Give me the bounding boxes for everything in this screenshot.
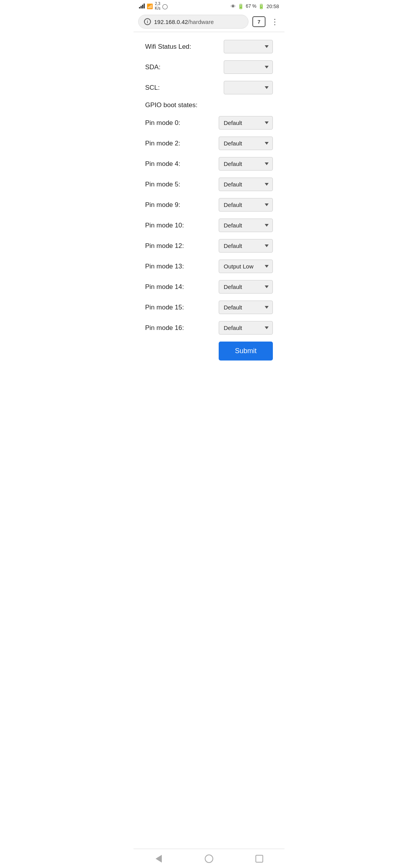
pin-mode-9-label: Pin mode 9: — [145, 201, 180, 209]
info-icon: i — [144, 18, 151, 25]
pin-mode-12-row: Pin mode 12: Default Input Output Low Ou… — [145, 239, 273, 253]
pin-mode-14-select[interactable]: Default Input Output Low Output High — [219, 280, 273, 294]
clock-time: 20:58 — [266, 3, 279, 9]
pin-mode-10-row: Pin mode 10: Default Input Output Low Ou… — [145, 219, 273, 232]
url-bar[interactable]: i 192.168.0.42/hardware — [138, 15, 248, 29]
pin-mode-16-select[interactable]: Default Input Output Low Output High — [219, 321, 273, 335]
pin-mode-4-select[interactable]: Default Input Output Low Output High — [219, 157, 273, 171]
pin-mode-13-select[interactable]: Default Input Output Low Output High — [219, 260, 273, 273]
more-menu-button[interactable]: ⋮ — [269, 16, 280, 27]
submit-row: Submit — [145, 342, 273, 361]
signal-icon — [139, 4, 145, 9]
wifi-status-led-row: Wifi Status Led: Default Input Output Lo… — [145, 40, 273, 53]
pin-mode-14-label: Pin mode 14: — [145, 283, 184, 291]
pin-mode-0-select[interactable]: Default Input Output Low Output High Inp… — [219, 116, 273, 130]
status-right: 👁 🔋 67 % 🔋 20:58 — [231, 3, 279, 9]
sda-select[interactable]: Default Input Output Low Output High — [224, 60, 273, 74]
pin-mode-2-select[interactable]: Default Input Output Low Output High — [219, 137, 273, 150]
vibrate-icon: 🔋 — [238, 3, 244, 9]
pin-mode-12-label: Pin mode 12: — [145, 242, 184, 250]
pin-mode-15-select[interactable]: Default Input Output Low Output High — [219, 301, 273, 314]
data-speed: 2,3 K/s — [155, 2, 160, 11]
pin-mode-9-row: Pin mode 9: Default Input Output Low Out… — [145, 198, 273, 212]
wifi-status-led-label: Wifi Status Led: — [145, 43, 191, 51]
page-content: Wifi Status Led: Default Input Output Lo… — [134, 32, 284, 380]
scl-select[interactable]: Default Input Output Low Output High — [224, 81, 273, 94]
wifi-icon: 📶 — [147, 3, 153, 9]
url-host: 192.168.0.42 — [154, 19, 188, 25]
pin-mode-13-label: Pin mode 13: — [145, 263, 184, 270]
pin-mode-16-label: Pin mode 16: — [145, 324, 184, 332]
status-left: 📶 2,3 K/s ◯ — [139, 2, 168, 11]
sda-label: SDA: — [145, 63, 161, 71]
scl-row: SCL: Default Input Output Low Output Hig… — [145, 81, 273, 94]
pin-mode-4-label: Pin mode 4: — [145, 160, 180, 168]
pin-mode-0-row: Pin mode 0: Default Input Output Low Out… — [145, 116, 273, 130]
pin-mode-0-label: Pin mode 0: — [145, 119, 180, 127]
pin-mode-15-row: Pin mode 15: Default Input Output Low Ou… — [145, 301, 273, 314]
browser-bar: i 192.168.0.42/hardware 7 ⋮ — [134, 12, 284, 32]
pin-mode-4-row: Pin mode 4: Default Input Output Low Out… — [145, 157, 273, 171]
globe-icon: ◯ — [162, 3, 168, 9]
pin-mode-14-row: Pin mode 14: Default Input Output Low Ou… — [145, 280, 273, 294]
pin-mode-10-label: Pin mode 10: — [145, 222, 184, 229]
url-text: 192.168.0.42/hardware — [154, 19, 214, 25]
gpio-boot-section-label: GPIO boot states: — [145, 101, 273, 109]
pin-mode-13-row: Pin mode 13: Default Input Output Low Ou… — [145, 260, 273, 273]
battery-percent: 67 % — [246, 3, 256, 9]
sda-row: SDA: Default Input Output Low Output Hig… — [145, 60, 273, 74]
pin-mode-12-select[interactable]: Default Input Output Low Output High — [219, 239, 273, 253]
pin-mode-5-select[interactable]: Default Input Output Low Output High — [219, 178, 273, 191]
status-bar: 📶 2,3 K/s ◯ 👁 🔋 67 % 🔋 20:58 — [134, 0, 284, 12]
tab-count-button[interactable]: 7 — [252, 16, 266, 27]
pin-mode-9-select[interactable]: Default Input Output Low Output High — [219, 198, 273, 212]
submit-button[interactable]: Submit — [219, 342, 273, 361]
battery-icon: 🔋 — [258, 3, 264, 9]
url-path: /hardware — [188, 19, 214, 25]
pin-mode-2-row: Pin mode 2: Default Input Output Low Out… — [145, 137, 273, 150]
pin-mode-5-label: Pin mode 5: — [145, 181, 180, 188]
wifi-status-led-select[interactable]: Default Input Output Low Output High — [224, 40, 273, 53]
pin-mode-10-select[interactable]: Default Input Output Low Output High — [219, 219, 273, 232]
pin-mode-5-row: Pin mode 5: Default Input Output Low Out… — [145, 178, 273, 191]
pin-mode-16-row: Pin mode 16: Default Input Output Low Ou… — [145, 321, 273, 335]
pin-mode-15-label: Pin mode 15: — [145, 304, 184, 311]
eye-icon: 👁 — [231, 3, 236, 9]
scl-label: SCL: — [145, 84, 160, 92]
pin-mode-2-label: Pin mode 2: — [145, 140, 180, 147]
